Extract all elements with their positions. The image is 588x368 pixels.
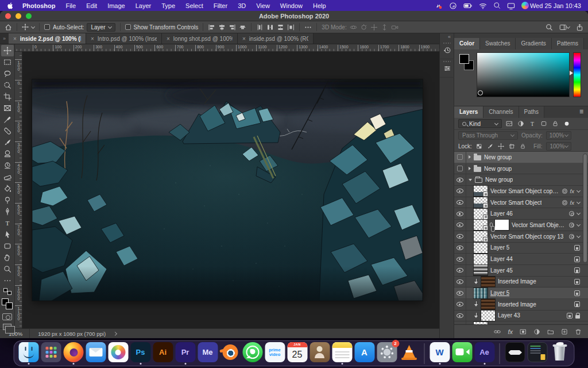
layer-thumbnail[interactable] [481, 277, 495, 287]
history-panel-button[interactable] [440, 41, 454, 59]
filter-kind-dropdown[interactable]: Kind [458, 119, 502, 128]
layer-name[interactable]: Layer 44 [490, 256, 513, 262]
share-icon[interactable] [576, 24, 583, 31]
layer-name[interactable]: Vector Smart Object copy 14 [512, 222, 567, 228]
effects-collapse-icon[interactable] [577, 223, 581, 227]
dock-prime-video[interactable]: primevideo [264, 342, 286, 365]
effects-collapse-icon[interactable] [577, 200, 581, 204]
minimize-window-button[interactable] [16, 13, 21, 19]
launchpad-icon[interactable] [41, 342, 61, 362]
hue-slider-marker[interactable] [570, 71, 573, 75]
align-left-icon[interactable] [208, 24, 215, 31]
eraser-tool[interactable] [1, 171, 14, 183]
properties-panel-button[interactable] [440, 59, 454, 78]
shape-tool[interactable] [1, 240, 14, 252]
menu-type[interactable]: Type [156, 2, 180, 9]
dock-media-encoder[interactable]: Me [197, 342, 219, 365]
menu-help[interactable]: Help [308, 2, 331, 9]
menu-edit[interactable]: Edit [81, 2, 102, 9]
dock-minimized-window[interactable] [527, 342, 548, 365]
close-window-button[interactable] [5, 13, 11, 19]
eyedropper-tool[interactable] [1, 114, 14, 125]
mask-icon[interactable] [520, 328, 527, 335]
layer-group-row[interactable]: New group [454, 174, 588, 186]
layer-row[interactable]: Layer 5 [454, 288, 588, 299]
document-tab[interactable]: ×lonng shot.psd @ 100% (Layer 21, RGB/… [162, 33, 238, 44]
layer-row[interactable]: Inserted Image [454, 277, 588, 288]
dock-dark-app[interactable] [504, 342, 526, 365]
layer-name[interactable]: Inserted Image [498, 278, 536, 285]
layer-row[interactable]: Vector Smart Object copy 14 [454, 220, 588, 231]
layer-thumbnail[interactable] [481, 299, 495, 309]
tab-gradients[interactable]: Gradients [516, 38, 551, 49]
history-brush-tool[interactable] [1, 160, 14, 171]
tab-color[interactable]: Color [454, 38, 480, 49]
dock-notes[interactable] [331, 342, 353, 365]
visibility-toggle[interactable] [454, 288, 466, 298]
menu-window[interactable]: Window [275, 2, 308, 9]
move-tool-dropdown-icon[interactable] [31, 24, 35, 28]
visibility-toggle[interactable] [454, 321, 466, 324]
system-preferences-icon[interactable]: 2 [377, 342, 397, 362]
auto-select-dropdown[interactable]: Layer [87, 23, 115, 32]
menu-3d[interactable]: 3D [233, 2, 251, 9]
tab-patterns[interactable]: Patterns [552, 38, 584, 49]
align-bottom-icon[interactable] [239, 24, 246, 31]
frame-tool[interactable] [1, 102, 14, 114]
dock-app-store[interactable]: A [354, 342, 376, 365]
dock-contacts[interactable] [309, 342, 331, 365]
filter-adjust-icon[interactable] [517, 120, 524, 127]
visibility-toggle[interactable] [454, 197, 466, 208]
layer-name[interactable]: Vector Smart Object [490, 200, 541, 206]
layer-name[interactable]: New group [485, 177, 513, 183]
visibility-toggle[interactable] [454, 174, 466, 185]
layer-name[interactable]: Inserted Image [498, 301, 536, 308]
siri-icon[interactable] [521, 2, 529, 9]
panel-menu-icon[interactable]: ≡ [575, 106, 588, 118]
hand-tool[interactable] [1, 252, 14, 263]
effects-collapse-icon[interactable] [577, 211, 581, 215]
fx-icon[interactable]: fx [570, 200, 574, 206]
quick-mask-icon[interactable] [2, 313, 12, 320]
layer-row[interactable]: Layer 5 [454, 243, 588, 254]
menu-view[interactable]: View [251, 2, 275, 9]
menubar-clock[interactable]: Wed 25 Jan 10:43 [530, 2, 581, 9]
layer-mask-thumbnail[interactable] [495, 220, 509, 230]
dock-firefox[interactable] [63, 342, 84, 365]
align-right-icon[interactable] [229, 24, 236, 31]
healing-tool[interactable] [1, 125, 14, 137]
effects-collapse-icon[interactable] [577, 189, 581, 193]
zoom-window-button[interactable] [26, 13, 32, 19]
brush-tool[interactable] [1, 137, 14, 148]
dock-vlc[interactable] [399, 342, 420, 365]
layer-thumbnail[interactable] [474, 186, 488, 196]
lock-pixels-icon[interactable] [487, 143, 493, 150]
tab-swatches[interactable]: Swatches [480, 38, 516, 49]
dock-system-preferences[interactable]: 2 [376, 342, 398, 365]
illustrator-icon[interactable]: Ai [153, 342, 173, 362]
close-tab-icon[interactable]: × [242, 36, 246, 42]
object-select-tool[interactable] [1, 79, 14, 91]
more-options-icon[interactable] [304, 24, 312, 31]
zoom-tool[interactable] [1, 263, 14, 275]
dock-photos[interactable] [107, 342, 129, 365]
calendar-icon[interactable]: JAN25 [287, 342, 307, 362]
layer-row[interactable]: Vector Smart Object copy 11fx [454, 186, 588, 197]
trash-icon[interactable] [550, 342, 570, 362]
visibility-toggle[interactable] [454, 299, 466, 310]
layer-thumbnail[interactable] [474, 288, 488, 298]
layer-thumbnail[interactable] [474, 197, 488, 208]
app-store-icon[interactable]: A [354, 342, 374, 362]
filter-type-icon[interactable]: T [529, 120, 536, 127]
ellipsis-tool[interactable] [1, 275, 14, 286]
visibility-toggle[interactable] [454, 265, 466, 276]
prime-video-icon[interactable]: primevideo [265, 342, 285, 362]
color-cursor[interactable] [478, 90, 483, 95]
menu-image[interactable]: Image [102, 2, 130, 9]
lock-position-icon[interactable] [498, 143, 504, 150]
finder-icon[interactable] [18, 342, 38, 362]
dock-finder[interactable] [18, 342, 40, 365]
apple-menu[interactable] [7, 2, 14, 10]
crop-tool[interactable] [1, 91, 14, 102]
blender-icon[interactable] [220, 342, 240, 362]
